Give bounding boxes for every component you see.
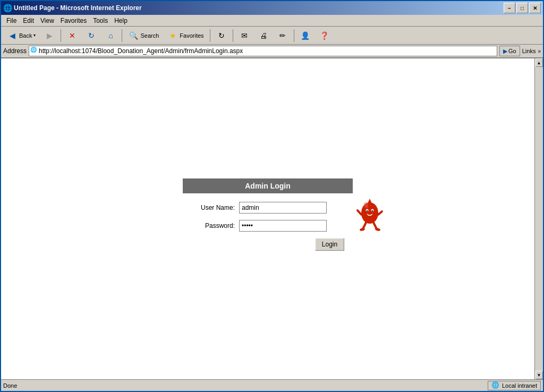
- menu-help[interactable]: Help: [111, 16, 131, 25]
- svg-line-6: [358, 210, 361, 215]
- menu-tools[interactable]: Tools: [90, 16, 111, 25]
- back-dropdown-icon: ▾: [33, 33, 36, 38]
- address-label: Address: [3, 47, 27, 55]
- login-title: Admin Login: [245, 182, 291, 190]
- maximize-button[interactable]: □: [516, 3, 528, 13]
- media-icon: ↻: [216, 30, 227, 41]
- password-label: Password:: [187, 222, 235, 229]
- messenger-button[interactable]: 👤: [296, 28, 314, 43]
- links-button[interactable]: Links: [522, 48, 536, 54]
- mail-button[interactable]: ✉: [235, 28, 253, 43]
- menu-edit[interactable]: Edit: [20, 16, 37, 25]
- window-icon: 🌐: [3, 4, 12, 12]
- edit-button[interactable]: ✏: [274, 28, 292, 43]
- help-button[interactable]: ❓: [316, 28, 334, 43]
- address-globe-icon: 🌐: [30, 47, 39, 55]
- menu-view[interactable]: View: [37, 16, 57, 25]
- refresh-button[interactable]: ↻: [82, 28, 100, 43]
- minimize-button[interactable]: −: [504, 3, 515, 13]
- title-bar: 🌐 Untitled Page - Microsoft Internet Exp…: [1, 1, 543, 15]
- zone-label: Local intranet: [502, 382, 537, 389]
- favorites-icon: ★: [167, 30, 178, 41]
- toolbar-sep-3: [210, 29, 210, 42]
- svg-line-8: [363, 223, 366, 229]
- status-text: Done: [3, 382, 487, 389]
- mail-icon: ✉: [239, 30, 250, 41]
- help-icon: ❓: [319, 30, 330, 41]
- page-content: Admin Login User Name: Password: Login: [1, 58, 534, 379]
- back-icon: ◀: [7, 30, 18, 41]
- username-label: User Name:: [187, 204, 235, 211]
- stop-icon: ✕: [67, 30, 78, 41]
- stop-button[interactable]: ✕: [63, 28, 81, 43]
- login-title-bar: Admin Login: [183, 178, 353, 193]
- svg-line-10: [373, 223, 377, 229]
- status-bar: Done 🌐 Local intranet: [1, 379, 543, 391]
- home-button[interactable]: ⌂: [101, 28, 120, 43]
- login-button[interactable]: Login: [315, 238, 344, 251]
- login-button-row: Login: [187, 238, 344, 251]
- window-frame: 🌐 Untitled Page - Microsoft Internet Exp…: [0, 0, 544, 392]
- toolbar-sep-5: [294, 29, 294, 42]
- zone-panel: 🌐 Local intranet: [488, 381, 541, 390]
- username-row: User Name:: [187, 202, 348, 214]
- menu-favorites[interactable]: Favorites: [57, 16, 90, 25]
- address-input[interactable]: [39, 47, 496, 55]
- print-icon: 🖨: [258, 30, 269, 41]
- search-icon: 🔍: [128, 30, 139, 41]
- scroll-down-button[interactable]: ▼: [536, 371, 543, 379]
- menu-file[interactable]: File: [3, 16, 20, 25]
- scrollbar-right[interactable]: ▲ ▼: [534, 58, 543, 379]
- toolbar-sep-2: [122, 29, 122, 42]
- back-button[interactable]: ◀ Back ▾: [3, 28, 39, 43]
- home-icon: ⌂: [105, 30, 116, 41]
- address-bar: Address 🌐 ▶ Go Links »: [1, 45, 543, 58]
- window-controls: − □ ✕: [504, 3, 541, 13]
- username-input[interactable]: [239, 202, 327, 214]
- links-arrow-icon: »: [538, 48, 541, 54]
- go-button[interactable]: ▶ Go: [499, 46, 520, 56]
- svg-point-4: [367, 210, 368, 212]
- search-button[interactable]: 🔍 Search: [124, 28, 163, 43]
- window-title: Untitled Page - Microsoft Internet Explo…: [14, 4, 502, 12]
- address-input-wrapper: 🌐: [29, 46, 497, 56]
- menu-bar: File Edit View Favorites Tools Help: [1, 15, 543, 27]
- refresh-icon: ↻: [86, 30, 97, 41]
- media-button[interactable]: ↻: [212, 28, 231, 43]
- print-button[interactable]: 🖨: [254, 28, 273, 43]
- zone-icon: 🌐: [491, 381, 500, 390]
- content-area: Admin Login User Name: Password: Login: [1, 58, 543, 379]
- messenger-icon: 👤: [300, 30, 311, 41]
- login-container: Admin Login User Name: Password: Login: [183, 178, 353, 259]
- toolbar-sep-1: [61, 29, 61, 42]
- forward-button[interactable]: ▶: [40, 28, 58, 43]
- mascot: [355, 194, 385, 232]
- toolbar: ◀ Back ▾ ▶ ✕ ↻ ⌂ 🔍 Search ★ Favorites: [1, 27, 543, 45]
- edit-icon: ✏: [277, 30, 288, 41]
- close-button[interactable]: ✕: [529, 3, 541, 13]
- go-arrow-icon: ▶: [503, 48, 507, 55]
- toolbar-sep-4: [233, 29, 233, 42]
- svg-point-5: [372, 210, 373, 212]
- svg-line-7: [378, 211, 382, 215]
- forward-icon: ▶: [44, 30, 55, 41]
- favorites-button[interactable]: ★ Favorites: [164, 28, 207, 43]
- password-row: Password:: [187, 220, 348, 232]
- scroll-up-button[interactable]: ▲: [536, 58, 543, 67]
- login-form: User Name: Password: Login: [183, 193, 353, 259]
- password-input[interactable]: [239, 220, 327, 232]
